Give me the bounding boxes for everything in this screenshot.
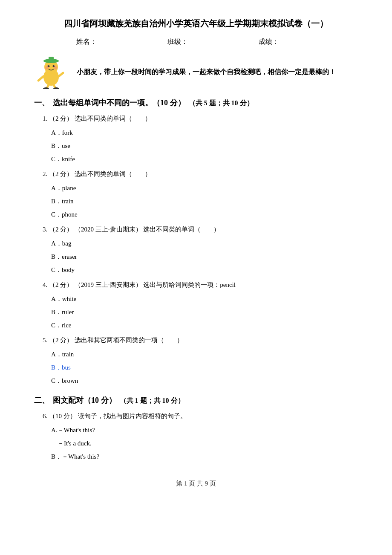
sections-container: 一、选出每组单词中不同的一项。（10 分）（共 5 题；共 10 分）1. （2…	[34, 98, 358, 462]
class-field: 班级：	[167, 38, 225, 46]
option-item: A.－What's this?	[51, 425, 358, 436]
option-item: A．fork	[51, 127, 358, 139]
option-item: －It's a duck.	[51, 438, 358, 449]
name-underline	[99, 42, 133, 42]
question-stem: 5. （2 分） 选出和其它两项不同类的一项（ ）	[43, 335, 358, 346]
svg-rect-9	[49, 57, 54, 62]
option-item: B．ruler	[51, 306, 358, 318]
question-block: 6. （10 分） 读句子，找出与图片内容相符的句子。A.－What's thi…	[43, 410, 358, 462]
question-stem: 3. （2 分） （2020 三上·萧山期末） 选出不同类的单词（ ）	[43, 224, 358, 235]
score-underline	[282, 42, 316, 42]
option-item: C．rice	[51, 320, 358, 331]
section-title-text: 选出每组单词中不同的一项。（10 分）	[53, 98, 185, 108]
question-block: 5. （2 分） 选出和其它两项不同类的一项（ ）A．trainB．busC．b…	[43, 335, 358, 387]
page-footer: 第 1 页 共 9 页	[34, 480, 358, 488]
mascot-image	[34, 55, 68, 89]
svg-point-7	[54, 66, 57, 69]
section-number: 二、	[34, 395, 49, 405]
section-title-section2: 二、图文配对（10 分）（共 1 题；共 10 分）	[34, 395, 358, 405]
page-number: 第 1 页 共 9 页	[176, 480, 216, 487]
section-subtitle: （共 1 题；共 10 分）	[120, 396, 184, 405]
name-label: 姓名：	[76, 38, 97, 46]
question-block: 3. （2 分） （2020 三上·萧山期末） 选出不同类的单词（ ）A．bag…	[43, 224, 358, 276]
option-item: A．white	[51, 293, 358, 305]
question-stem: 2. （2 分） 选出不同类的单词（ ）	[43, 168, 358, 180]
section-section1: 一、选出每组单词中不同的一项。（10 分）（共 5 题；共 10 分）1. （2…	[34, 98, 358, 387]
score-label: 成绩：	[259, 38, 279, 46]
svg-point-5	[54, 65, 55, 66]
section-number: 一、	[34, 98, 49, 108]
option-item: A．bag	[51, 238, 358, 249]
motivation-text: 小朋友，带上你一段时间的学习成果，一起来做个自我检测吧，相信你一定是最棒的！	[77, 66, 336, 78]
question-block: 2. （2 分） 选出不同类的单词（ ）A．planeB．trainC．phon…	[43, 168, 358, 220]
section-subtitle: （共 5 题；共 10 分）	[189, 99, 254, 108]
option-item: C．phone	[51, 209, 358, 220]
option-item: A．plane	[51, 182, 358, 194]
question-block: 1. （2 分） 选出不同类的单词（ ）A．forkB．useC．knife	[43, 113, 358, 165]
option-item: B．－What's this?	[51, 451, 358, 462]
page-title: 四川省阿坝藏族羌族自治州小学英语六年级上学期期末模拟试卷（一）	[34, 17, 358, 30]
option-item: C．body	[51, 264, 358, 276]
svg-line-10	[38, 76, 43, 81]
question-block: 4. （2 分） （2019 三上·西安期末） 选出与所给词同类的一项：penc…	[43, 279, 358, 331]
section-title-text: 图文配对（10 分）	[53, 395, 116, 405]
class-label: 班级：	[167, 38, 188, 46]
mascot-section: 小朋友，带上你一段时间的学习成果，一起来做个自我检测吧，相信你一定是最棒的！	[34, 55, 358, 89]
option-item: B．bus	[51, 362, 358, 373]
svg-point-4	[49, 65, 49, 66]
question-stem: 4. （2 分） （2019 三上·西安期末） 选出与所给词同类的一项：penc…	[43, 279, 358, 291]
option-item: B．eraser	[51, 251, 358, 263]
question-stem: 6. （10 分） 读句子，找出与图片内容相符的句子。	[43, 410, 358, 422]
option-item: A．train	[51, 349, 358, 360]
option-item: B．train	[51, 196, 358, 207]
svg-point-6	[45, 66, 49, 69]
section-section2: 二、图文配对（10 分）（共 1 题；共 10 分）6. （10 分） 读句子，…	[34, 395, 358, 462]
svg-line-11	[59, 73, 63, 76]
option-item: B．use	[51, 140, 358, 152]
info-row: 姓名： 班级： 成绩：	[34, 38, 358, 46]
section-title-section1: 一、选出每组单词中不同的一项。（10 分）（共 5 题；共 10 分）	[34, 98, 358, 108]
score-field: 成绩：	[259, 38, 316, 46]
option-item: C．knife	[51, 153, 358, 165]
question-stem: 1. （2 分） 选出不同类的单词（ ）	[43, 113, 358, 124]
name-field: 姓名：	[76, 38, 133, 46]
option-item: C．brown	[51, 375, 358, 387]
class-underline	[190, 42, 225, 42]
